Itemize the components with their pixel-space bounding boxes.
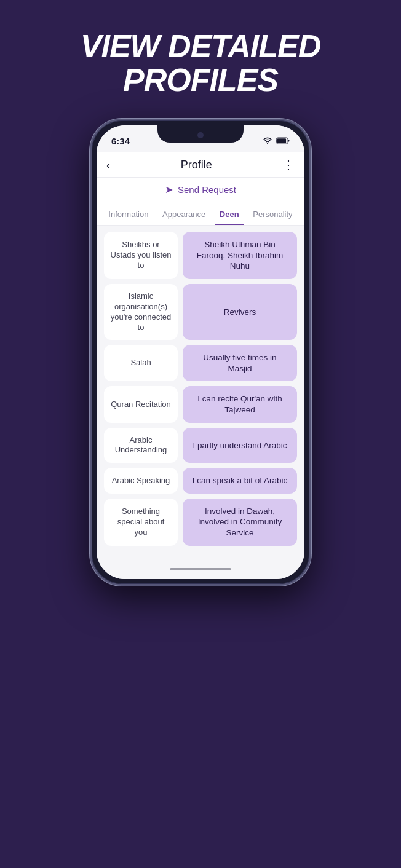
tab-information[interactable]: Information [103, 202, 153, 225]
table-row: Something special about you Involved in … [104, 499, 297, 546]
notch-camera [197, 132, 204, 138]
label-salah: Salah [104, 345, 178, 381]
profile-title: Profile [181, 159, 212, 172]
send-request-banner[interactable]: ➤ Send Request [97, 178, 304, 202]
tab-deen[interactable]: Deen [215, 202, 244, 225]
battery-icon [276, 137, 290, 144]
table-row: Salah Usually five times in Masjid [104, 345, 297, 381]
label-organisations: Islamic organisation(s) you're connected… [104, 284, 178, 341]
home-indicator [97, 559, 304, 579]
headline: VIEW DETAILED PROFILES [81, 0, 320, 119]
table-row: Islamic organisation(s) you're connected… [104, 284, 297, 341]
value-salah: Usually five times in Masjid [183, 345, 297, 381]
value-something-special: Involved in Dawah, Involved in Community… [183, 499, 297, 546]
headline-line1: VIEW DETAILED [81, 30, 320, 63]
table-row: Arabic Understanding I partly understand… [104, 428, 297, 464]
table-row: Sheikhs or Ustads you listen to Sheikh U… [104, 232, 297, 279]
send-request-label: Send Request [178, 184, 236, 195]
status-icons [263, 137, 290, 144]
tab-personality[interactable]: Personality [248, 202, 297, 225]
back-button[interactable]: ‹ [106, 158, 111, 172]
profile-content: Sheikhs or Ustads you listen to Sheikh U… [97, 226, 304, 559]
menu-button[interactable]: ⋮ [282, 157, 295, 172]
value-arabic-understanding: I partly understand Arabic [183, 428, 297, 464]
headline-line2: PROFILES [81, 63, 320, 97]
home-bar [170, 568, 231, 570]
phone-mockup: 6:34 ‹ Profile ⋮ ➤ Send Re [90, 119, 311, 586]
wifi-icon [263, 137, 272, 144]
label-sheikhs: Sheikhs or Ustads you listen to [104, 232, 178, 279]
table-row: Arabic Speaking I can speak a bit of Ara… [104, 468, 297, 494]
send-request-icon: ➤ [165, 184, 173, 195]
phone-screen: 6:34 ‹ Profile ⋮ ➤ Send Re [97, 125, 304, 579]
tabs-bar: Information Appearance Deen Personality [97, 202, 304, 226]
value-arabic-speaking: I can speak a bit of Arabic [183, 468, 297, 494]
app-header: ‹ Profile ⋮ [97, 152, 304, 178]
status-time: 6:34 [111, 136, 130, 146]
value-sheikhs: Sheikh Uthman Bin Farooq, Sheikh Ibrahim… [183, 232, 297, 279]
label-arabic-understanding: Arabic Understanding [104, 428, 178, 464]
value-organisations: Revivers [183, 284, 297, 341]
label-something-special: Something special about you [104, 499, 178, 546]
table-row: Quran Recitation I can recite Qur'an wit… [104, 386, 297, 422]
svg-rect-1 [277, 138, 286, 143]
label-arabic-speaking: Arabic Speaking [104, 468, 178, 494]
phone-notch [157, 125, 244, 143]
value-quran: I can recite Qur'an with Tajweed [183, 386, 297, 422]
tab-appearance[interactable]: Appearance [157, 202, 210, 225]
label-quran: Quran Recitation [104, 386, 178, 422]
